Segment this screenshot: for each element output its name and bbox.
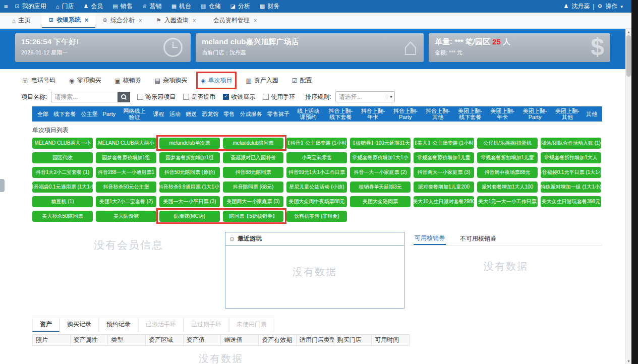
category-tab[interactable]: 抖音上翻-线下套餐 <box>326 107 355 120</box>
workspace-tab[interactable]: ⊡ 收银系统 × <box>42 13 95 28</box>
item-button[interactable]: 特殊派对增加一组 (1大1小) <box>541 181 601 193</box>
topbar-menu-item[interactable]: ▥ 仓储 <box>201 2 220 11</box>
filter-checkbox[interactable]: 收银展示 <box>223 93 255 101</box>
asset-tab[interactable]: 已激活手环 <box>138 318 184 332</box>
workspace-tab[interactable]: 会员资料管理 × <box>203 13 264 28</box>
filter-checkbox[interactable]: 是否提币 <box>183 93 215 101</box>
category-tab[interactable]: 抖音上翻-其他 <box>423 107 452 120</box>
user-name[interactable]: 沈丹蕊 <box>571 2 590 11</box>
workspace-tab[interactable]: ⌂ 主页 <box>5 13 42 28</box>
search-button[interactable] <box>118 92 130 102</box>
item-button[interactable]: 美团两大一小家庭票 (3) <box>223 196 283 207</box>
topbar-menu-item[interactable]: ⊡ 我的应用 <box>15 2 46 11</box>
item-button[interactable]: 抖音1大2小二宝套餐 (1) <box>32 167 93 178</box>
asset-tab[interactable]: 预约记录 <box>99 318 138 332</box>
item-button[interactable]: 抖音一大一小家庭票 (2) <box>350 167 411 178</box>
item-button[interactable]: 糖豆机 (1) <box>32 196 93 207</box>
scroll-up-icon[interactable]: ▲ <box>626 29 631 35</box>
filter-checkbox[interactable]: 使用手环 <box>263 93 295 101</box>
item-button[interactable]: 美团大众陪同票 <box>350 196 411 207</box>
close-icon[interactable]: × <box>85 17 88 24</box>
category-tab[interactable]: 公主堡 <box>80 110 98 117</box>
item-button[interactable]: 美大1元一大一小工作日票 <box>477 196 538 207</box>
topbar-menu-item[interactable]: ♕ 营销 <box>142 2 162 11</box>
category-tab[interactable]: 网络线上验证 <box>120 107 149 120</box>
item-button[interactable]: 抖音福袋0.1元通用票 (1大1小) <box>32 181 93 193</box>
item-button[interactable]: 抖音99元1大1小工作日票 <box>286 167 347 178</box>
item-button[interactable]: 【核销券】100元延期31天 <box>350 138 411 149</box>
topbar-menu-item[interactable]: ♟ 会员 <box>83 2 103 11</box>
item-button[interactable]: melandclub单次票 <box>159 138 220 149</box>
asset-tab[interactable]: 未使用门票 <box>229 318 274 332</box>
checkbox-icon[interactable] <box>183 94 189 100</box>
workspace-tab[interactable]: ⚑ 入园查询 × <box>149 13 203 28</box>
item-button[interactable]: 小马宝莉零售 <box>286 152 347 163</box>
item-button[interactable]: 抖音两大一小家庭票 (3) <box>414 167 474 178</box>
item-button[interactable]: 园梦套餐原价增加1组 <box>96 152 156 163</box>
coupon-tab[interactable]: 不可用核销券 <box>459 232 497 245</box>
item-button[interactable]: 公仔机/乐摇摇/扭蛋机 <box>477 138 538 149</box>
checkbox-icon[interactable] <box>137 94 143 100</box>
topbar-menu-item[interactable]: ▤ 销售 <box>112 2 132 11</box>
item-button[interactable]: 抖音秒杀9.9通用票 (1大1小) <box>159 181 220 193</box>
coupon-tab[interactable]: 可用核销券 <box>414 232 446 245</box>
category-tab[interactable]: 抖音上翻-Party <box>391 107 420 120</box>
item-button[interactable]: 常规套餐折扣增加1大人 <box>541 152 601 163</box>
close-icon[interactable]: × <box>254 17 257 24</box>
category-tab[interactable]: 零售 <box>223 110 236 117</box>
workspace-tab[interactable]: ⚙ 综合分析 × <box>95 13 149 28</box>
filter-checkbox[interactable]: 游乐园项目 <box>137 93 176 101</box>
category-tab[interactable]: 活动 <box>168 110 182 117</box>
item-button[interactable]: melandclub陪同票 <box>223 138 283 149</box>
function-tab[interactable]: ◉ 零币购买 <box>69 76 101 85</box>
asset-tab[interactable]: 资产 <box>32 318 60 332</box>
asset-tab[interactable]: 购买记录 <box>60 318 99 332</box>
category-tab[interactable]: 分成服务 <box>239 110 263 117</box>
item-button[interactable]: 美团一大一小平日票 (3) <box>159 196 220 207</box>
item-button[interactable]: 常规套餐原价增加1儿童 <box>414 152 474 163</box>
function-tab[interactable]: ☏ 电话号码 <box>21 76 55 85</box>
item-button[interactable]: 美大秒杀50陪同票 <box>32 211 93 222</box>
hamburger-icon[interactable]: ≡ <box>4 3 8 10</box>
checkbox-icon[interactable] <box>223 94 229 100</box>
function-tab[interactable]: ◈ 单次项目 <box>201 76 232 85</box>
item-button[interactable]: 园梦套餐折扣增加1组 <box>159 152 220 163</box>
topbar-menu-item[interactable]: ▦ 机台 <box>171 2 191 11</box>
close-icon[interactable]: × <box>139 17 142 24</box>
asset-tab[interactable]: 已过期手环 <box>184 318 229 332</box>
item-button[interactable]: 美团大众周中夜场票88元 <box>286 196 347 207</box>
function-tab[interactable]: ☑ 配置 <box>292 76 312 85</box>
item-button[interactable]: 团体/团队合作活动入账 (1) <box>541 138 601 149</box>
category-tab[interactable]: 美团上翻-其他 <box>553 107 582 120</box>
item-button[interactable]: 园区代收 <box>32 152 93 163</box>
category-tab[interactable]: 线上活动课预约 <box>294 107 323 120</box>
item-button[interactable]: 美大众生日游玩套餐398元 <box>541 196 601 207</box>
topbar-menu-item[interactable]: ⌂ 门店 <box>56 2 74 11</box>
item-button[interactable]: MELAND CLUB两大一小 <box>32 138 93 149</box>
operations-menu[interactable]: 操作 <box>605 2 617 11</box>
item-button[interactable]: 抖音288一大一小通用票1 <box>96 167 156 178</box>
item-button[interactable]: 抖音陪同票 (88元) <box>223 181 283 193</box>
item-button[interactable]: MELAND CLUB两大两小 <box>96 138 156 149</box>
category-tab[interactable]: Party <box>102 110 117 117</box>
category-tab[interactable]: 美团上翻-Party <box>520 107 550 120</box>
category-tab[interactable]: 零售袜子 <box>266 110 291 117</box>
item-button[interactable]: 抖音周中夜场票88元 <box>477 167 538 178</box>
item-button[interactable]: 常规套餐折扣增加1儿童 <box>477 152 538 163</box>
category-tab[interactable]: 线下套餐 <box>52 110 77 117</box>
item-button[interactable]: 陪同票【5折核销券】 <box>223 211 283 222</box>
item-button[interactable]: 美大防滑袜 <box>96 211 156 222</box>
item-button[interactable]: 核销券单天延期3元 <box>350 181 411 193</box>
scrollbar-thumb[interactable] <box>626 35 631 77</box>
item-button[interactable]: 【美大】公主堡变装 (1小时) <box>414 138 474 149</box>
checkbox-icon[interactable] <box>263 94 269 100</box>
item-button[interactable]: 【抖音】公主堡变装 (1小时) <box>286 138 347 149</box>
item-button[interactable]: 美团1大2小二宝套餐 (2) <box>96 196 156 207</box>
category-tab[interactable]: 赠送 <box>185 110 198 117</box>
category-tab[interactable]: 抖音上翻-年卡 <box>359 107 388 120</box>
category-tab[interactable]: 课程 <box>152 110 165 117</box>
category-tab[interactable]: 全部 <box>36 110 49 117</box>
topbar-menu-item[interactable]: ◪ 分析 <box>230 2 250 11</box>
category-tab[interactable]: 其他 <box>585 110 598 117</box>
item-button[interactable]: 美大10人生日派对套餐2980 <box>414 196 474 207</box>
